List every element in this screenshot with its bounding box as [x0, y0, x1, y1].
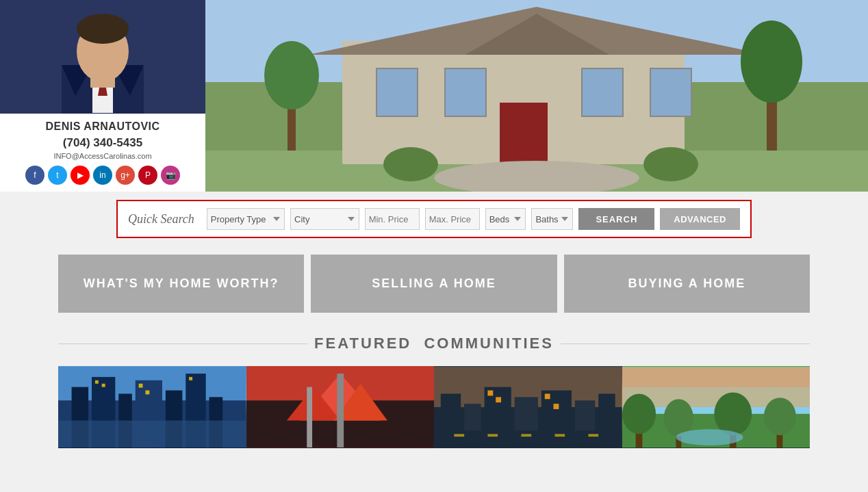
svg-rect-64	[554, 404, 559, 409]
svg-rect-43	[58, 421, 246, 448]
svg-rect-50	[307, 387, 312, 448]
svg-point-81	[763, 398, 795, 435]
featured-label: FEATURED COMMUNITIES	[314, 335, 554, 352]
svg-point-14	[643, 147, 698, 181]
community-card-3[interactable]	[434, 366, 622, 448]
agent-portrait	[0, 0, 205, 114]
svg-rect-10	[650, 68, 691, 116]
community-card-2[interactable]	[246, 366, 435, 448]
pinterest-icon[interactable]: P	[138, 166, 157, 185]
svg-rect-62	[496, 397, 501, 402]
city3-image	[434, 366, 622, 448]
svg-point-27	[77, 14, 129, 44]
svg-rect-7	[376, 68, 418, 116]
beds-select[interactable]: Beds 1+ 2+ 3+ 4+	[485, 208, 526, 230]
svg-rect-61	[487, 390, 493, 396]
selling-button[interactable]: SELLING A HOME	[311, 255, 557, 313]
youtube-icon[interactable]: ▶	[71, 166, 90, 185]
home-worth-button[interactable]: WHAT'S MY HOME WORTH?	[58, 255, 304, 313]
featured-bold-text: COMMUNITIES	[424, 335, 553, 352]
facebook-icon[interactable]: f	[25, 166, 44, 185]
property-type-select[interactable]: Property Type Single Family Condo Townho…	[207, 208, 285, 230]
svg-rect-38	[95, 380, 99, 384]
svg-rect-67	[487, 434, 498, 437]
svg-rect-83	[622, 367, 810, 387]
title-line-right	[561, 344, 810, 344]
svg-rect-8	[445, 68, 486, 116]
svg-point-13	[383, 147, 438, 181]
city-select[interactable]: City Charlotte Raleigh Greensboro	[290, 208, 359, 230]
svg-point-16	[741, 21, 802, 103]
hero-section: DENIS ARNAUTOVIC (704) 340-5435 INFO@Acc…	[0, 0, 868, 192]
search-button[interactable]: SEARCH	[578, 208, 654, 230]
agent-name: DENIS ARNAUTOVIC	[10, 120, 195, 133]
svg-rect-41	[145, 390, 149, 394]
city4-image	[622, 366, 810, 448]
baths-select[interactable]: Baths 1+ 2+ 3+	[531, 208, 573, 230]
svg-rect-49	[337, 374, 344, 448]
agent-phone: (704) 340-5435	[10, 136, 195, 150]
svg-rect-40	[139, 384, 143, 388]
max-price-input[interactable]	[425, 208, 480, 230]
hero-image	[205, 0, 868, 192]
city2-image	[246, 366, 435, 448]
svg-rect-11	[500, 103, 548, 164]
twitter-icon[interactable]: t	[48, 166, 67, 185]
quick-search-bar: Quick Search Property Type Single Family…	[116, 200, 752, 238]
community-card-4[interactable]	[622, 366, 810, 448]
city1-image	[58, 366, 246, 448]
svg-rect-42	[189, 377, 192, 380]
svg-rect-68	[521, 434, 531, 437]
min-price-input[interactable]	[365, 208, 420, 230]
svg-rect-66	[454, 434, 464, 437]
agent-social: f t ▶ in g+ P 📷	[10, 166, 195, 185]
action-buttons-row: WHAT'S MY HOME WORTH? SELLING A HOME BUY…	[58, 246, 810, 321]
instagram-icon[interactable]: 📷	[161, 166, 180, 185]
svg-rect-39	[102, 384, 105, 387]
svg-point-18	[264, 41, 319, 109]
agent-email: INFO@AccessCarolinas.com	[10, 152, 195, 160]
advanced-button[interactable]: ADVANCED	[660, 208, 740, 230]
agent-info: DENIS ARNAUTOVIC (704) 340-5435 INFO@Acc…	[0, 114, 205, 192]
googleplus-icon[interactable]: g+	[116, 166, 135, 185]
linkedin-icon[interactable]: in	[93, 166, 112, 185]
hero-background	[205, 0, 868, 192]
search-bar-container: Quick Search Property Type Single Family…	[0, 192, 868, 246]
communities-grid	[58, 366, 810, 448]
agent-photo	[0, 0, 205, 114]
svg-point-75	[622, 393, 656, 434]
svg-point-82	[676, 429, 743, 445]
svg-rect-28	[90, 74, 115, 88]
svg-rect-63	[545, 393, 550, 399]
community-card-1[interactable]	[58, 366, 246, 448]
quick-search-label: Quick Search	[128, 212, 194, 226]
svg-point-79	[714, 392, 752, 435]
svg-rect-70	[588, 434, 598, 437]
featured-light-text: FEATURED	[314, 335, 411, 352]
featured-title: FEATURED COMMUNITIES	[58, 335, 810, 352]
buying-button[interactable]: BUYING A HOME	[564, 255, 810, 313]
svg-rect-9	[582, 68, 623, 116]
agent-card: DENIS ARNAUTOVIC (704) 340-5435 INFO@Acc…	[0, 0, 205, 192]
svg-rect-69	[554, 434, 565, 437]
title-line-left	[58, 344, 307, 344]
svg-rect-65	[434, 430, 622, 448]
featured-communities-section: FEATURED COMMUNITIES	[0, 321, 868, 448]
